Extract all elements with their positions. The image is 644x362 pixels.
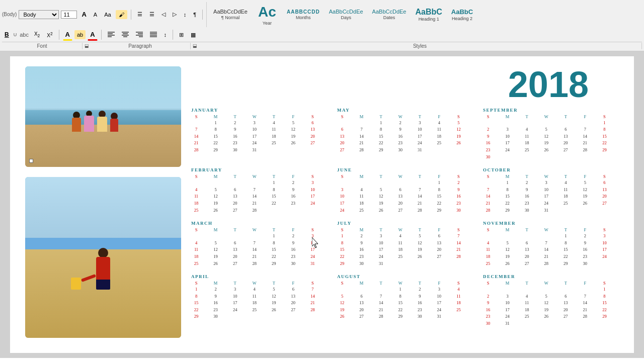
cal-date: 20 (434, 246, 444, 253)
cal-date: 12 (503, 246, 513, 253)
style-dates[interactable]: AaBbCcDdEe Dates (368, 2, 411, 27)
cal-date: 12 (580, 187, 590, 194)
image-handle[interactable] (29, 159, 33, 163)
kid-2 (84, 111, 94, 132)
cal-date: 11 (522, 133, 532, 140)
style-normal[interactable]: AaBbCcDdEe Normal (209, 2, 252, 27)
align-justify-button[interactable] (147, 30, 159, 40)
indent-increase-button[interactable]: ▷ (170, 10, 179, 19)
line-spacing-button[interactable]: ↕ (162, 30, 170, 39)
cal-date (230, 179, 240, 187)
subscript-button[interactable]: X2 (32, 30, 42, 40)
cal-date (541, 320, 551, 327)
cal-date: 9 (288, 187, 298, 194)
cal-week: 45678910 (191, 187, 327, 194)
year-heading: 2018 (191, 66, 589, 103)
cal-date: 3 (503, 293, 513, 300)
align-left-button[interactable] (105, 30, 117, 40)
cal-date: 18 (522, 307, 532, 314)
cal-date: 9 (522, 187, 532, 194)
style-heading2[interactable]: AaBbC Heading 2 (447, 2, 477, 27)
cal-date: 16 (580, 246, 590, 253)
cal-date: 23 (483, 313, 493, 320)
cal-date: 6 (288, 286, 298, 293)
day-header: W (250, 227, 260, 232)
cal-date (522, 154, 532, 161)
format-painter-button[interactable]: 🖌 (116, 10, 127, 19)
cal-date: 27 (522, 260, 532, 267)
cal-date: 17 (250, 133, 260, 140)
font-family-selector[interactable]: Body (19, 10, 59, 19)
bullet-list-button[interactable]: ☰ (135, 10, 145, 19)
cal-date: 15 (434, 193, 444, 200)
cal-date (269, 313, 279, 320)
cal-date: 3 (541, 179, 551, 187)
cal-date: 10 (230, 293, 240, 300)
cal-date: 15 (599, 300, 609, 307)
month-name: MARCH (191, 221, 327, 226)
text-color-button[interactable]: A (88, 29, 97, 41)
day-header: M (357, 281, 367, 286)
style-days[interactable]: AaBbCcDdEe Days (325, 2, 368, 27)
cal-date (503, 286, 513, 293)
font-grow-button[interactable]: A (79, 9, 89, 20)
cal-date: 7 (415, 187, 425, 194)
sort-button[interactable]: ↕ (181, 10, 189, 19)
font-color-button[interactable]: A (63, 29, 72, 41)
cal-week: 1 (483, 286, 619, 293)
cal-date: 24 (376, 253, 386, 260)
cal-date (560, 320, 571, 327)
cal-date: 24 (503, 313, 513, 320)
style-months[interactable]: AABBCCDD Months (282, 2, 325, 27)
cal-date: 2 (288, 233, 298, 240)
cal-date: 1 (337, 233, 347, 240)
font-size-input[interactable]: 11 (61, 11, 77, 19)
cal-date: 21 (357, 140, 367, 147)
style-year[interactable]: Ac Year (252, 2, 282, 27)
cal-date (599, 207, 609, 214)
cal-date: 14 (376, 300, 386, 307)
cal-date: 27 (307, 140, 317, 147)
pilcrow-button[interactable]: ¶ (191, 10, 199, 19)
cal-date (337, 120, 347, 127)
align-right-button[interactable] (133, 30, 145, 40)
cal-week: 11121314151617 (191, 246, 327, 253)
cal-date: 25 (453, 307, 463, 314)
cal-week: 25262728 (191, 207, 327, 214)
cal-date: 29 (503, 207, 513, 214)
cal-date: 1 (599, 286, 609, 293)
indent-decrease-button[interactable]: ◁ (159, 10, 168, 19)
month-name: JANUARY (191, 108, 327, 113)
align-center-button[interactable] (119, 30, 131, 40)
cal-date (191, 120, 201, 127)
style-heading1[interactable]: AaBbC Heading 1 (411, 2, 446, 27)
cal-date: 12 (288, 126, 298, 133)
number-list-button[interactable]: ☰ (147, 10, 157, 19)
cal-date: 30 (483, 154, 493, 161)
kid-2-body (84, 116, 94, 132)
shading-button[interactable]: ▦ (188, 30, 198, 40)
change-case-button[interactable]: Aa (102, 10, 113, 19)
superscript-button[interactable]: X2 (44, 30, 55, 40)
cal-week: 28293031 (483, 207, 619, 214)
cal-date: 7 (580, 126, 590, 133)
cal-date: 3 (599, 233, 609, 240)
cal-date: 23 (395, 140, 406, 147)
cal-date: 28 (376, 313, 386, 320)
day-header: T (560, 227, 571, 232)
cal-week: 567891011 (337, 293, 473, 300)
font-shrink-button[interactable]: A (91, 10, 100, 19)
highlight-button[interactable]: ab (74, 30, 86, 39)
cal-date: 25 (250, 307, 260, 314)
cal-date: 22 (395, 307, 406, 314)
borders-button[interactable]: ⊞ (177, 30, 186, 40)
cal-week: 21222324252627 (191, 140, 327, 147)
style-months-sample: AABBCCDD (287, 9, 320, 15)
bold-button[interactable]: B (2, 30, 12, 40)
style-h2-label: Heading 2 (452, 16, 472, 21)
cal-date (580, 120, 590, 127)
cal-date (522, 233, 532, 240)
cal-date (191, 233, 201, 240)
cal-date: 3 (307, 233, 317, 240)
cal-date: 9 (230, 126, 240, 133)
